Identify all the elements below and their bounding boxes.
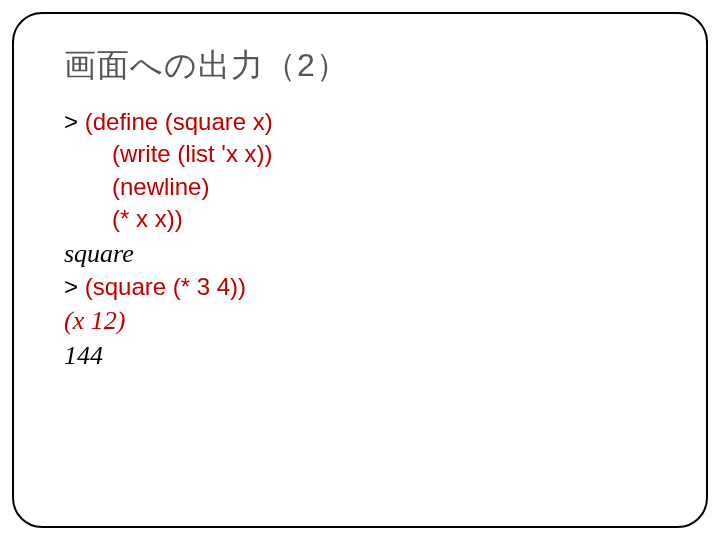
code-line-7: (x 12) — [64, 303, 666, 338]
code-line-6: > (square (* 3 4)) — [64, 271, 666, 303]
prompt: > — [64, 273, 85, 300]
code-line-5: square — [64, 236, 666, 271]
code-red: (square (* 3 4)) — [85, 273, 246, 300]
code-line-2: (write (list 'x x)) — [64, 138, 666, 170]
code-red: (define (square x) — [85, 108, 273, 135]
code-line-3: (newline) — [64, 171, 666, 203]
code-line-8: 144 — [64, 338, 666, 373]
prompt: > — [64, 108, 85, 135]
code-block: > (define (square x) (write (list 'x x))… — [64, 106, 666, 373]
slide-title: 画面への出力（2） — [64, 44, 666, 88]
code-line-1: > (define (square x) — [64, 106, 666, 138]
code-line-4: (* x x)) — [64, 203, 666, 235]
slide-frame: 画面への出力（2） > (define (square x) (write (l… — [12, 12, 708, 528]
